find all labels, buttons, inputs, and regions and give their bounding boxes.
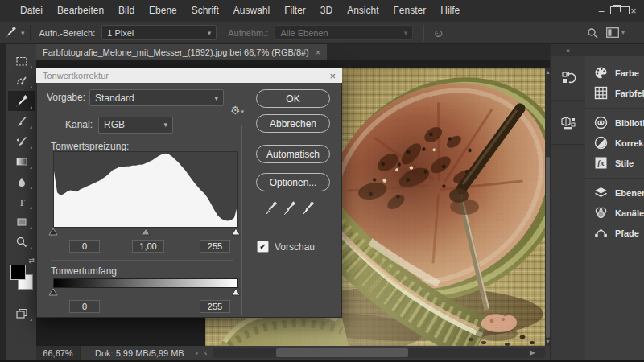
- menu-item-hilfe[interactable]: Hilfe: [433, 0, 467, 22]
- checkbox-checked-icon[interactable]: ✔: [257, 241, 269, 253]
- output-shadow-field[interactable]: [69, 300, 100, 313]
- sample-size-label: Aufn.-Bereich:: [39, 28, 96, 38]
- blur-drop-icon: [15, 175, 28, 188]
- menu-item-bild[interactable]: Bild: [111, 0, 142, 22]
- scroll-right-icon[interactable]: ▶: [530, 348, 535, 358]
- rectangular-marquee-tool[interactable]: [8, 51, 35, 71]
- panel-tab-farbfelder[interactable]: Farbfelder: [585, 83, 644, 103]
- close-button[interactable]: ×: [628, 6, 639, 17]
- dialog-title-bar[interactable]: Tonwertkorrektur ×: [36, 68, 342, 83]
- channel-legend: Kanal: RGB ▾: [60, 116, 179, 134]
- preset-select[interactable]: Standard ▾: [89, 89, 224, 106]
- capture-select: Alle Ebenen ▾: [275, 25, 413, 40]
- horizontal-scroll-thumb[interactable]: [276, 348, 408, 357]
- input-levels-label: Tonwertspreizung:: [51, 141, 129, 152]
- menu-item-ansicht[interactable]: Ansicht: [340, 0, 386, 22]
- output-highlight-slider[interactable]: [231, 288, 241, 296]
- menu-item-filter[interactable]: Filter: [277, 0, 313, 22]
- scroll-left-icon[interactable]: ‹: [204, 348, 207, 357]
- input-highlight-field[interactable]: [200, 240, 230, 253]
- input-highlight-slider[interactable]: [231, 228, 241, 236]
- feedback-smiley-icon[interactable]: ☺: [432, 27, 444, 39]
- auto-button[interactable]: Automatisch: [256, 145, 330, 163]
- output-shadow-slider[interactable]: [48, 288, 58, 296]
- options-button[interactable]: Optionen...: [256, 173, 330, 191]
- mixer-brush-tool[interactable]: [8, 131, 35, 151]
- ok-button[interactable]: OK: [256, 89, 330, 108]
- foreground-color-swatch[interactable]: [10, 265, 26, 280]
- panel-tab-label: Korrekturen: [615, 138, 644, 148]
- separator: [423, 25, 424, 41]
- channel-select[interactable]: RGB ▾: [98, 117, 173, 134]
- collapsed-panel-3d[interactable]: [551, 101, 585, 145]
- input-gamma-field[interactable]: [132, 240, 164, 253]
- sample-size-select[interactable]: 1 Pixel ▾: [101, 25, 217, 40]
- brush-tool[interactable]: [8, 111, 35, 131]
- fx-styles-icon: fx: [594, 156, 608, 170]
- preset-options-button[interactable]: ⚙▾: [230, 104, 244, 117]
- panel-tab-pfade[interactable]: Pfade: [585, 223, 644, 243]
- panel-tab-bibliotheken[interactable]: Bibliotheken: [585, 113, 644, 133]
- zoom-level-field[interactable]: 66,67%: [36, 346, 80, 360]
- restore-button[interactable]: [610, 6, 628, 17]
- input-shadow-slider[interactable]: [48, 228, 58, 236]
- 3d-cube-icon: [560, 114, 576, 130]
- chevron-down-icon: ▾: [208, 29, 212, 37]
- gray-point-eyedropper-icon[interactable]: [283, 201, 296, 216]
- workspace-switcher[interactable]: ▾: [606, 27, 625, 38]
- menu-item-bearbeiten[interactable]: Bearbeiten: [50, 0, 111, 22]
- screen-mode-button[interactable]: [8, 303, 35, 323]
- menu-item-schrift[interactable]: Schrift: [184, 0, 226, 22]
- preview-option[interactable]: ✔ Vorschau: [257, 241, 315, 253]
- gradient-tool[interactable]: [8, 151, 35, 171]
- blur-tool[interactable]: [8, 171, 35, 191]
- panel-tab-label: Pfade: [615, 228, 639, 238]
- dialog-close-icon[interactable]: ×: [329, 70, 336, 82]
- collapsed-panel-history[interactable]: [551, 56, 585, 101]
- tab-close-icon[interactable]: ×: [316, 47, 320, 57]
- menu-item-fenster[interactable]: Fenster: [386, 0, 434, 22]
- menu-item-3d[interactable]: 3D: [313, 0, 340, 22]
- input-midtone-slider[interactable]: [141, 228, 151, 236]
- screen-left-edge: [0, 44, 6, 360]
- collapse-panels-button[interactable]: «: [566, 47, 570, 55]
- panel-tab-ebenen[interactable]: Ebenen: [585, 183, 644, 203]
- swap-colors-icon[interactable]: ⇄: [28, 257, 35, 265]
- color-swatches: ⇄: [8, 257, 35, 292]
- panel-tab-label: Farbfelder: [615, 88, 644, 98]
- menu-item-ebene[interactable]: Ebene: [142, 0, 184, 22]
- sample-size-value: 1 Pixel: [107, 28, 134, 38]
- channel-label: Kanal:: [65, 119, 93, 130]
- shape-tool[interactable]: [8, 212, 35, 232]
- menu-item-auswahl[interactable]: Auswahl: [226, 0, 277, 22]
- horizontal-scrollbar[interactable]: ▶: [213, 348, 545, 358]
- eyedropper-icon: [5, 27, 17, 39]
- white-point-eyedropper-icon[interactable]: [302, 201, 315, 216]
- eyedropper-tool[interactable]: [8, 91, 35, 111]
- black-point-eyedropper-icon[interactable]: [265, 201, 278, 216]
- output-gradient-bar: [53, 278, 238, 288]
- panel-tab-farbe[interactable]: Farbe: [585, 63, 644, 83]
- search-icon[interactable]: [587, 27, 598, 39]
- menu-item-datei[interactable]: Datei: [13, 0, 50, 22]
- panel-tab-kanaele[interactable]: Kanäle: [585, 203, 644, 223]
- document-tab-bar: Farbfotografie_Melone_mit_Messer_(1892).…: [36, 44, 550, 60]
- preview-label: Vorschau: [275, 241, 315, 253]
- type-tool[interactable]: T: [8, 191, 35, 212]
- panel-tab-stile[interactable]: fx Stile: [585, 153, 644, 173]
- paths-icon: [594, 226, 608, 240]
- output-highlight-field[interactable]: [200, 300, 230, 313]
- quick-selection-tool[interactable]: [8, 71, 35, 91]
- levels-dialog[interactable]: Tonwertkorrektur × Vorgabe: Standard ▾ ⚙…: [36, 68, 342, 318]
- zoom-tool[interactable]: [8, 232, 35, 252]
- minimize-button[interactable]: –: [592, 6, 610, 17]
- panel-dock: Farbe Farbfelder Bibliotheken Korrekture…: [585, 44, 644, 360]
- input-shadow-field[interactable]: [69, 240, 100, 253]
- cancel-button[interactable]: Abbrechen: [256, 114, 330, 133]
- workspace-layout-icon: [606, 27, 619, 38]
- status-options-arrow[interactable]: ›: [196, 348, 198, 357]
- tool-preset-picker[interactable]: ▾: [5, 27, 25, 39]
- panel-tab-korrekturen[interactable]: Korrekturen: [585, 133, 644, 153]
- marquee-icon: [15, 55, 28, 68]
- document-tab[interactable]: Farbfotografie_Melone_mit_Messer_(1892).…: [36, 44, 327, 60]
